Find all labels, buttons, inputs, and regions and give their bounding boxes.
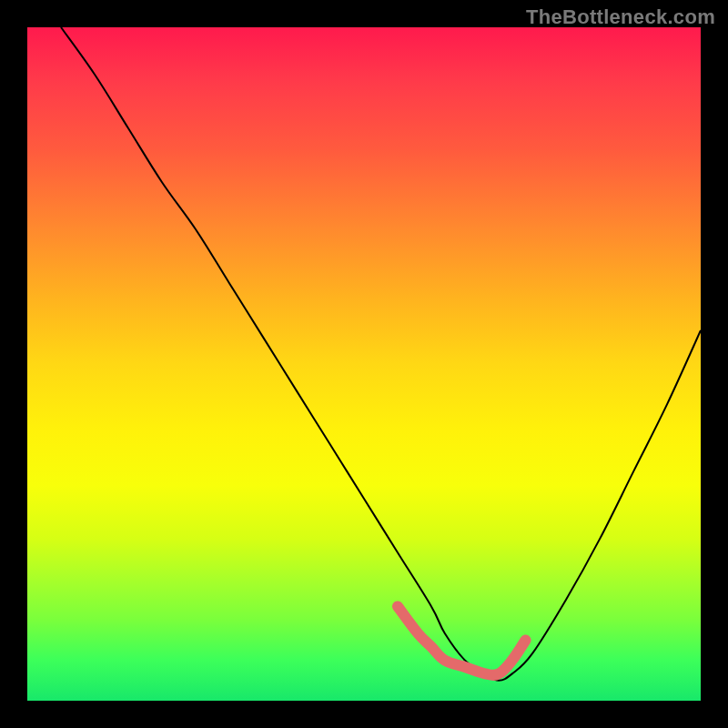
accent-band <box>398 606 526 675</box>
chart-stage: TheBottleneck.com <box>0 0 728 728</box>
chart-svg <box>27 27 701 701</box>
watermark-text: TheBottleneck.com <box>526 5 715 29</box>
plot-area <box>27 27 701 701</box>
bottleneck-curve <box>61 27 701 681</box>
